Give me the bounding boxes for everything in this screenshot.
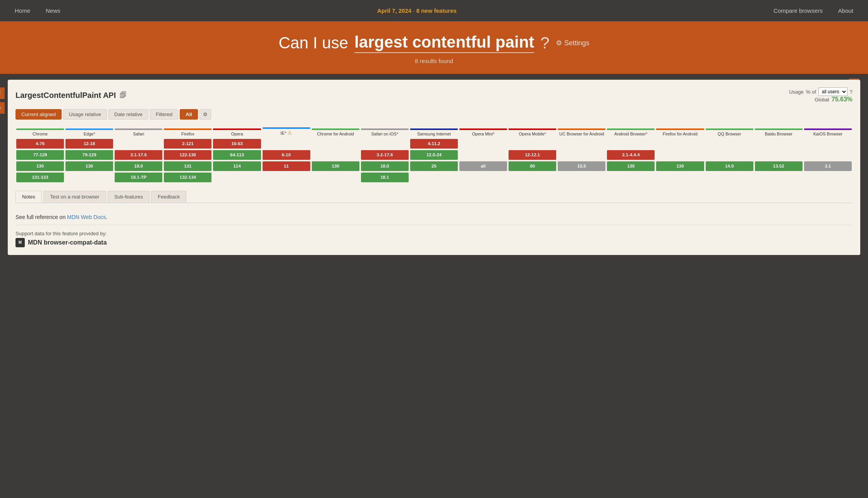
table-cell[interactable]: 2.1-4.4.4 bbox=[606, 149, 655, 161]
browser-header-safari-on-ios: Safari on iOS* bbox=[360, 126, 409, 138]
table-cell[interactable]: 131 bbox=[163, 161, 212, 172]
usage-select[interactable]: all users bbox=[818, 87, 847, 96]
table-cell bbox=[754, 149, 803, 161]
usage-percent: 75.63% bbox=[832, 96, 853, 103]
bottom-tab-test[interactable]: Test on a real browser bbox=[43, 191, 106, 203]
support-data: Support data for this feature provided b… bbox=[15, 231, 853, 247]
star-button[interactable]: ★ bbox=[0, 102, 5, 114]
bottom-tab-notes[interactable]: Notes bbox=[15, 191, 42, 203]
table-cell bbox=[459, 149, 508, 161]
browser-header-safari: Safari bbox=[114, 126, 163, 138]
table-cell[interactable]: 12.0-24 bbox=[409, 149, 459, 161]
bottom-tab-feedback[interactable]: Feedback bbox=[151, 191, 186, 203]
nav-home[interactable]: Home bbox=[8, 4, 37, 17]
table-cell[interactable]: 132-134 bbox=[163, 172, 212, 183]
table-cell[interactable]: 2-121 bbox=[163, 138, 212, 149]
nav-about[interactable]: About bbox=[831, 4, 860, 17]
nav-compare[interactable]: Compare browsers bbox=[767, 4, 830, 17]
table-cell[interactable]: 130 bbox=[655, 161, 705, 172]
mdn-logo: M bbox=[15, 238, 25, 247]
table-cell bbox=[606, 138, 655, 149]
table-cell[interactable]: 80 bbox=[508, 161, 557, 172]
usage-scope: Global bbox=[815, 97, 829, 103]
support-data-title: Support data for this feature provided b… bbox=[15, 231, 107, 236]
question-mark[interactable]: ? bbox=[540, 34, 549, 52]
browser-header-kaios-browser: KaiOS Browser bbox=[803, 126, 853, 138]
table-cell bbox=[655, 149, 705, 161]
main-nav: Home News April 7, 2024 · 8 new features… bbox=[0, 0, 868, 21]
table-cell[interactable]: 10-63 bbox=[212, 138, 261, 149]
table-cell[interactable]: 6-10 bbox=[262, 149, 311, 161]
hero-prefix: Can I use bbox=[278, 34, 348, 52]
nav-center: April 7, 2024 · 8 new features bbox=[67, 7, 767, 14]
table-cell[interactable]: 11 bbox=[262, 161, 311, 172]
table-cell[interactable]: 3.1 bbox=[803, 161, 853, 172]
table-cell bbox=[655, 172, 705, 183]
table-cell[interactable]: 122-130 bbox=[163, 149, 212, 161]
settings-button[interactable]: ⚙ Settings bbox=[556, 39, 590, 47]
table-cell[interactable]: 64-113 bbox=[212, 149, 261, 161]
usage-of: % of bbox=[806, 89, 816, 95]
compat-table: ChromeEdge*SafariFirefoxOperaIE* ⚠Chrome… bbox=[15, 126, 853, 183]
table-cell bbox=[606, 172, 655, 183]
support-data-name: M MDN browser-compat-data bbox=[15, 238, 107, 247]
mdn-link[interactable]: MDN Web Docs bbox=[67, 214, 106, 220]
table-cell[interactable]: 4-76 bbox=[15, 138, 65, 149]
copy-icon[interactable]: 🗐 bbox=[120, 91, 127, 99]
table-cell[interactable]: 131-133 bbox=[15, 172, 65, 183]
tab-usage-relative[interactable]: Usage relative bbox=[63, 109, 107, 120]
tab-all[interactable]: All bbox=[180, 109, 198, 120]
table-cell bbox=[705, 172, 754, 183]
results-count: 8 results found bbox=[8, 58, 860, 64]
nav-features: 8 new features bbox=[416, 7, 457, 14]
table-cell bbox=[508, 172, 557, 183]
nav-news[interactable]: News bbox=[39, 4, 67, 17]
usage-global-row: Global 75.63% bbox=[815, 96, 853, 103]
table-cell[interactable]: 130 bbox=[65, 161, 114, 172]
bottom-tabs: Notes Test on a real browser Sub-feature… bbox=[15, 191, 853, 203]
table-cell bbox=[311, 149, 360, 161]
tab-settings-icon[interactable]: ⚙ bbox=[199, 109, 211, 120]
tab-current-aligned[interactable]: Current aligned bbox=[15, 109, 62, 120]
support-data-block: Support data for this feature provided b… bbox=[15, 231, 107, 247]
table-cell[interactable]: all bbox=[459, 161, 508, 172]
table-cell[interactable]: 130 bbox=[15, 161, 65, 172]
browser-header-samsung-internet: Samsung Internet bbox=[409, 126, 459, 138]
browser-header-opera-mini: Opera Mini* bbox=[459, 126, 508, 138]
table-cell[interactable]: 12-12.1 bbox=[508, 149, 557, 161]
table-cell bbox=[262, 172, 311, 183]
nav-right: Compare browsers About bbox=[767, 4, 860, 17]
notes-period: . bbox=[106, 214, 107, 220]
table-cell[interactable]: 14.9 bbox=[705, 161, 754, 172]
table-cell[interactable]: 18.1 bbox=[360, 172, 409, 183]
table-cell[interactable]: 3.1-17.6 bbox=[114, 149, 163, 161]
table-cell[interactable]: 12-18 bbox=[65, 138, 114, 149]
table-cell bbox=[360, 138, 409, 149]
table-cell[interactable]: 15.5 bbox=[557, 161, 606, 172]
table-cell[interactable]: 18.0 bbox=[114, 161, 163, 172]
table-cell bbox=[803, 138, 853, 149]
table-cell[interactable]: 4-11.2 bbox=[409, 138, 459, 149]
search-input[interactable]: largest contentful paint bbox=[354, 33, 534, 53]
tab-filtered[interactable]: Filtered bbox=[150, 109, 178, 120]
table-cell[interactable]: 130 bbox=[311, 161, 360, 172]
table-cell[interactable]: 18.1-TP bbox=[114, 172, 163, 183]
table-cell[interactable]: 77-129 bbox=[15, 149, 65, 161]
hash-button[interactable]: # bbox=[0, 87, 5, 99]
table-cell[interactable]: 18.0 bbox=[360, 161, 409, 172]
table-row: 131-13318.1-TP132-13418.1 bbox=[15, 172, 853, 183]
table-cell[interactable]: 25 bbox=[409, 161, 459, 172]
browser-header-qq-browser: QQ Browser bbox=[705, 126, 754, 138]
table-cell[interactable]: 79-129 bbox=[65, 149, 114, 161]
table-cell[interactable]: 13.52 bbox=[754, 161, 803, 172]
browser-header-android-browser: Android Browser* bbox=[606, 126, 655, 138]
table-cell[interactable]: 3.2-17.6 bbox=[360, 149, 409, 161]
table-cell bbox=[311, 138, 360, 149]
browser-header-ie: IE* ⚠ bbox=[262, 126, 311, 138]
table-cell[interactable]: 114 bbox=[212, 161, 261, 172]
table-cell[interactable]: 130 bbox=[606, 161, 655, 172]
gear-icon: ⚙ bbox=[556, 39, 562, 47]
usage-help-icon[interactable]: ? bbox=[850, 89, 853, 95]
tab-date-relative[interactable]: Date relative bbox=[108, 109, 148, 120]
bottom-tab-subfeatures[interactable]: Sub-features bbox=[108, 191, 150, 203]
